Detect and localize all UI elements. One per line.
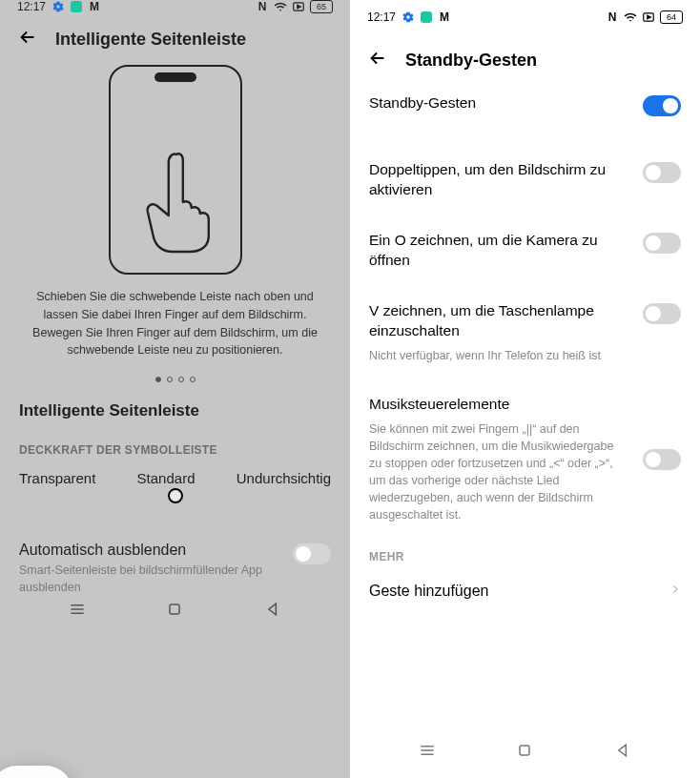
screen-sidebar-settings: 12:17 M N 65 Intelligente Seitenleiste [0,0,350,778]
nfc-icon: N [606,10,619,24]
draw-v-toggle[interactable] [643,303,681,324]
svg-rect-2 [170,604,179,614]
master-toggle[interactable] [643,95,681,116]
draw-v-row[interactable]: V zeichnen, um die Taschenlampe einzusch… [350,286,700,379]
opacity-opaque: Undurchsichtig [237,470,331,486]
nav-back-icon[interactable] [613,741,632,764]
svg-marker-10 [648,15,651,19]
add-gesture-row[interactable]: Geste hinzufügen [350,565,700,617]
back-icon[interactable] [367,48,388,72]
opacity-header: DECKKRAFT DER SYMBOLLEISTE [0,440,350,470]
phone-illustration [109,65,242,275]
autohide-title: Automatisch ausblenden [19,542,283,559]
music-row[interactable]: Musiksteuerelemente Sie können mit zwei … [350,379,700,540]
wifi-icon [624,10,637,24]
status-time: 12:17 [367,10,396,24]
opacity-transparent: Transparent [19,470,95,486]
opacity-standard: Standard [137,470,196,486]
draw-o-toggle[interactable] [643,233,681,254]
nav-bar [0,600,350,623]
battery-icon: 65 [310,0,333,13]
nav-recent-icon[interactable] [68,600,87,623]
status-bar: 12:17 M N 64 [350,0,700,34]
app-icon [421,11,432,23]
illustration: Schieben Sie die schwebende Leiste nach … [0,57,350,392]
gear-icon [401,10,415,24]
svg-rect-11 [520,746,529,755]
music-sub: Sie können mit zwei Fingern „||“ auf den… [369,420,629,524]
app-m-icon: M [88,0,101,13]
wifi-icon [274,0,287,13]
opacity-labels: Transparent Standard Undurchsichtig [0,470,350,486]
section-title: Intelligente Seitenleiste [0,392,350,440]
cast-icon [292,0,305,13]
draw-o-row[interactable]: Ein O zeichnen, um die Kamera zu öffnen [350,215,700,286]
screen-standby-gestures: 12:17 M N 64 Standby-Gesten Standby-Gest… [350,0,700,778]
double-tap-row[interactable]: Doppeltippen, um den Bildschirm zu aktiv… [350,145,700,215]
battery-icon: 64 [660,10,683,24]
music-toggle[interactable] [643,449,681,470]
nav-home-icon[interactable] [165,600,184,623]
smart-sidebar-panel[interactable]: Screenshot Bildschirm... Bildschirm... D… [0,766,72,778]
app-m-icon: M [438,10,451,24]
page-title: Standby-Gesten [405,51,537,71]
header: Intelligente Seitenleiste [0,13,350,57]
gear-icon [51,0,65,13]
double-tap-toggle[interactable] [643,162,681,183]
master-toggle-label: Standby-Gesten [369,93,629,113]
music-label: Musiksteuerelemente [369,395,629,415]
double-tap-label: Doppeltippen, um den Bildschirm zu aktiv… [369,160,629,200]
slider-handle[interactable] [168,488,183,503]
illustration-caption: Schieben Sie die schwebende Leiste nach … [19,288,331,359]
nav-home-icon[interactable] [515,741,534,764]
page-dots[interactable] [155,377,196,382]
draw-v-sub: Nicht verfügbar, wenn Ihr Telefon zu hei… [369,347,629,364]
nav-recent-icon[interactable] [418,741,437,764]
status-bar: 12:17 M N 65 [0,0,350,13]
draw-o-label: Ein O zeichnen, um die Kamera zu öffnen [369,231,629,271]
back-icon[interactable] [17,27,38,51]
nav-bar [350,727,700,778]
app-icon [71,1,82,12]
cast-icon [642,10,655,24]
nfc-icon: N [256,0,269,13]
page-title: Intelligente Seitenleiste [55,30,246,50]
status-time: 12:17 [17,0,46,13]
autohide-toggle[interactable] [293,543,331,564]
autohide-row[interactable]: Automatisch ausblenden Smart-Seitenleist… [0,524,350,600]
svg-marker-1 [298,5,301,9]
header: Standby-Gesten [350,34,700,78]
add-gesture-label: Geste hinzufügen [369,583,488,600]
nav-back-icon[interactable] [263,600,282,623]
master-toggle-row[interactable]: Standby-Gesten [350,78,700,132]
autohide-sub: Smart-Seitenleiste bei bildschirmfüllend… [19,563,283,596]
draw-v-label: V zeichnen, um die Taschenlampe einzusch… [369,301,629,341]
hand-icon [134,149,219,254]
chevron-right-icon [669,583,681,600]
more-header: MEHR [350,539,700,565]
